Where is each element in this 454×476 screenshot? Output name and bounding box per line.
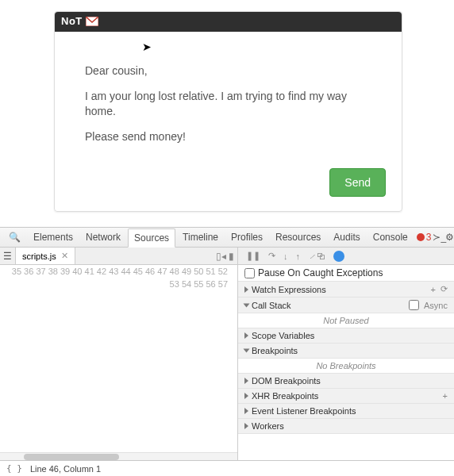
section-dom-bp[interactable]: DOM Breakpoints [238,374,454,389]
pause-on-caught-row[interactable]: Pause On Caught Exceptions [238,265,454,282]
tab-timeline[interactable]: Timeline [177,228,224,246]
chevron-right-icon [244,286,248,293]
deactivate-bp-icon[interactable]: ⟋⧉ [308,251,325,261]
section-workers[interactable]: Workers [238,419,454,434]
step-into-icon[interactable]: ↓ [283,251,288,261]
async-label: Async [424,301,448,310]
section-breakpoints[interactable]: Breakpoints [238,344,454,359]
section-label: Scope Variables [252,331,314,340]
tab-console[interactable]: Console [367,228,414,246]
not-paused-note: Not Paused [238,313,454,328]
send-button[interactable]: Send [329,168,386,197]
chevron-right-icon [244,393,248,399]
refresh-icon[interactable]: ⟳ [441,284,448,294]
mouse-cursor-icon: ➤ [142,40,152,53]
email-composer: NoT ➤ Dear cousin, I am your long lost r… [54,11,402,212]
horizontal-scrollbar[interactable] [0,452,237,460]
chevron-right-icon [244,408,248,414]
section-label: XHR Breakpoints [252,391,318,401]
status-bar: { } Line 46, Column 1 [0,460,454,476]
line-gutter: 35 36 37 38 39 40 41 42 43 44 45 46 47 4… [0,265,233,452]
pause-exceptions-icon[interactable] [333,251,344,262]
close-tab-icon[interactable]: ✕ [61,251,68,261]
tab-network[interactable]: Network [80,228,126,246]
add-icon[interactable]: + [443,391,448,401]
body-line: Dear cousin, [85,63,378,79]
body-line: Please send money! [85,129,378,145]
error-badge[interactable]: 3 [417,232,432,243]
section-event-bp[interactable]: Event Listener Breakpoints [238,404,454,419]
body-line: I am your long lost relative. I am tryin… [85,89,378,120]
search-icon[interactable]: 🔍 [3,228,26,246]
email-body: Dear cousin, I am your long lost relativ… [55,32,402,168]
mail-icon [86,17,98,26]
tab-elements[interactable]: Elements [28,228,79,246]
section-label: Watch Expressions [252,285,326,294]
code-editor[interactable]: 35 36 37 38 39 40 41 42 43 44 45 46 47 4… [0,265,237,452]
tab-sources[interactable]: Sources [128,228,175,248]
section-label: Call Stack [252,301,291,310]
section-watch[interactable]: Watch Expressions +⟳ [238,282,454,298]
pause-icon[interactable]: ❚❚ [246,251,260,261]
devtools: 🔍 Elements Network Sources Timeline Prof… [0,227,454,476]
pretty-print-icon[interactable]: { } [6,463,22,474]
debugger-toolbar: ❚❚ ↷ ↓ ↑ ⟋⧉ [238,248,454,265]
add-icon[interactable]: + [431,285,436,294]
show-drawer-icon[interactable]: ≻_ [433,232,444,243]
sources-panel: ☰ scripts.js ✕ ▯◂ ▮ 35 36 37 38 39 40 41… [0,248,238,460]
tab-resources[interactable]: Resources [270,228,326,246]
navigator-icon[interactable]: ☰ [0,248,16,264]
file-tab-bar: ☰ scripts.js ✕ ▯◂ ▮ [0,248,237,265]
chevron-right-icon [244,378,248,384]
no-breakpoints-note: No Breakpoints [238,359,454,374]
file-tab[interactable]: scripts.js ✕ [16,248,75,264]
chevron-down-icon [244,303,250,307]
step-out-icon[interactable]: ↑ [296,251,301,261]
debugger-panel: ❚❚ ↷ ↓ ↑ ⟋⧉ Pause On Caught Exceptions W… [238,248,454,460]
file-tab-name: scripts.js [22,251,56,261]
section-label: DOM Breakpoints [252,376,321,386]
devtools-toolbar: 🔍 Elements Network Sources Timeline Prof… [0,228,454,248]
app-header: NoT [55,12,402,32]
error-count: 3 [426,232,432,243]
history-fwd-icon[interactable]: ▮ [229,251,234,262]
gear-icon[interactable]: ⚙ [445,232,454,243]
chevron-down-icon [244,349,250,353]
history-back-icon[interactable]: ▯◂ [216,251,226,262]
chevron-right-icon [244,423,248,429]
chevron-right-icon [244,332,248,339]
code-content[interactable]: function postOnSuccess(data) { // the po… [233,265,237,452]
section-label: Breakpoints [252,346,298,355]
step-over-icon[interactable]: ↷ [268,251,275,261]
pause-on-caught-label: Pause On Caught Exceptions [258,267,383,278]
email-actions: Send [55,168,402,211]
async-checkbox[interactable] [409,300,419,310]
section-label: Workers [252,421,284,431]
tab-audits[interactable]: Audits [328,228,365,246]
section-label: Event Listener Breakpoints [252,406,356,416]
pause-on-caught-checkbox[interactable] [244,268,255,278]
tab-profiles[interactable]: Profiles [225,228,268,246]
cursor-position: Line 46, Column 1 [30,464,101,474]
app-title: NoT [61,15,83,27]
section-xhr-bp[interactable]: XHR Breakpoints + [238,389,454,404]
section-scope[interactable]: Scope Variables [238,328,454,344]
section-callstack[interactable]: Call Stack Async [238,298,454,313]
